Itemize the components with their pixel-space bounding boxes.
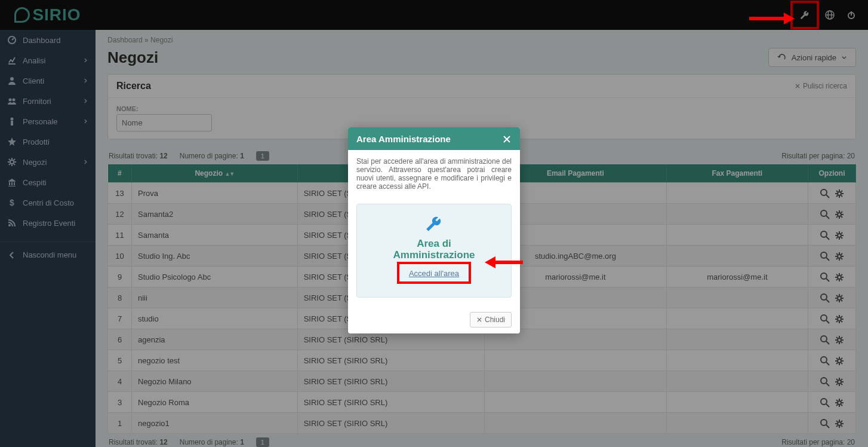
- modal-close-x[interactable]: [502, 133, 512, 144]
- annotation-link-highlight: Accedi all'area: [397, 262, 471, 284]
- close-icon: [476, 317, 482, 323]
- modal-close-label: Chiudi: [485, 316, 505, 324]
- close-icon: [502, 134, 512, 144]
- wrench-icon: [426, 215, 442, 232]
- modal-card: Area di Amministrazione Accedi all'area: [356, 204, 512, 298]
- admin-modal: Area Amministrazione Stai per accedere a…: [348, 127, 520, 333]
- modal-card-title: Area di Amministrazione: [363, 238, 505, 261]
- modal-footer: Chiudi: [348, 306, 520, 333]
- modal-wrench-icon: [363, 215, 505, 236]
- modal-title: Area Amministrazione: [356, 134, 451, 144]
- modal-close-button[interactable]: Chiudi: [470, 312, 512, 327]
- modal-header: Area Amministrazione: [348, 127, 520, 150]
- modal-body-text: Stai per accedere all'area di amministra…: [348, 150, 520, 198]
- admin-access-link[interactable]: Accedi all'area: [409, 269, 459, 278]
